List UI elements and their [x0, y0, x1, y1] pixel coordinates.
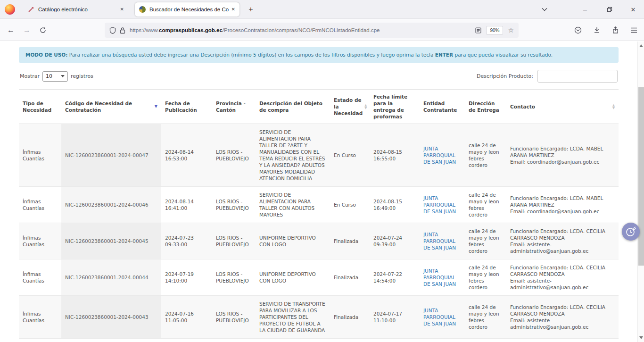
- header-label: Código de Necesidad de Contratación: [65, 100, 153, 113]
- new-tab-button[interactable]: +: [245, 5, 256, 14]
- cell-codigo: NIC-1260023860001-2024-00045: [61, 223, 161, 259]
- window-close-button[interactable]: ✕: [625, 0, 641, 19]
- catalogo-favicon-icon: [28, 6, 34, 13]
- share-icon[interactable]: [612, 26, 619, 34]
- header-tipo-necesidad[interactable]: Tipo de Necesidad: [19, 90, 61, 124]
- scrollbar-down-arrow[interactable]: [639, 336, 643, 339]
- sort-both-icon: ▲▼: [612, 104, 615, 109]
- descripcion-producto-input[interactable]: [537, 70, 618, 83]
- sort-desc-icon: ▼: [155, 103, 157, 110]
- entidad-link[interactable]: JUNTA PARROQUIAL DE SAN JUAN: [423, 195, 456, 214]
- lock-icon[interactable]: [120, 27, 125, 34]
- cell-estado: Finalizada: [330, 296, 370, 339]
- contacto-funcionario: Funcionario Encargado: LCDA. MABEL ARANA…: [510, 195, 615, 208]
- url-bar[interactable]: https://www.compraspublicas.gob.ec/Proce…: [105, 23, 519, 38]
- firefox-logo-icon[interactable]: [5, 4, 15, 15]
- contacto-funcionario: Funcionario Encargado: LCDA. CECILIA CAR…: [510, 228, 615, 241]
- cell-descripcion: UNIFORME DEPORTIVO CON LOGO: [256, 259, 330, 296]
- cell-direccion: calle 24 de mayo y leon febres cordero: [465, 124, 506, 187]
- header-provincia-canton[interactable]: Provincia - Cantón: [212, 90, 256, 124]
- header-fecha-limite[interactable]: Fecha límite para la entrega de proforma…: [370, 90, 420, 124]
- entidad-link[interactable]: JUNTA PARROQUIAL DE SAN JUAN: [423, 232, 456, 250]
- cell-provincia: LOS RIOS - PUEBLOVIEJO: [212, 259, 256, 296]
- cell-fecha-limite: 2024-07-24 09:39:00: [370, 223, 420, 259]
- cell-contacto: Funcionario Encargado: LCDA. CECILIA CAR…: [506, 259, 619, 296]
- table-row: Ínfimas Cuantías NIC-1260023860001-2024-…: [19, 187, 619, 223]
- page-content: MODO DE USO: Para realizar una búsqueda …: [0, 42, 637, 342]
- bookmark-star-icon[interactable]: ☆: [508, 26, 514, 34]
- page-scrollbar[interactable]: [637, 42, 644, 342]
- downloads-icon[interactable]: [593, 26, 601, 34]
- buscador-favicon-icon: [139, 6, 146, 13]
- header-contacto[interactable]: Contacto▲▼: [506, 90, 619, 124]
- cell-descripcion: SERVICIO DE ALIMENTACION PARA TALLER DE …: [256, 124, 330, 187]
- cell-fecha-limite: 2024-07-22 14:54:00: [370, 259, 420, 296]
- cell-estado: En Curso: [330, 187, 370, 223]
- navigation-toolbar: ← → https://www.compraspublicas.gob.ec/P…: [0, 19, 644, 41]
- cell-codigo: NIC-1260023860001-2024-00047: [61, 124, 161, 187]
- cell-codigo: NIC-1260023860001-2024-00044: [61, 259, 161, 296]
- cell-fecha-publicacion: 2024-07-23 09:33:00: [161, 223, 212, 259]
- scrollbar-thumb[interactable]: [638, 87, 644, 266]
- sort-both-icon: ▲▼: [364, 104, 367, 109]
- menu-hamburger-icon[interactable]: [630, 27, 637, 33]
- tab-buscador-necesidades[interactable]: Buscador de Necesidades de Co ✕: [135, 2, 239, 17]
- header-descripcion-objeto[interactable]: Descripción del Objeto de compra: [256, 90, 330, 124]
- header-fecha-publicacion[interactable]: Fecha de Publicación: [161, 90, 212, 124]
- scrollbar-up-arrow[interactable]: [639, 44, 643, 47]
- cell-tipo: Ínfimas Cuantías: [19, 187, 61, 223]
- header-direccion-entrega[interactable]: Dirección de Entrega: [465, 90, 506, 124]
- table-controls: Mostrar 10 registros Descripción Product…: [20, 70, 618, 83]
- contacto-email: Email: coordinador@sanjuan.gob.ec: [510, 208, 615, 215]
- shield-permissions-icon[interactable]: [109, 27, 116, 34]
- cell-entidad: JUNTA PARROQUIAL DE SAN JUAN: [420, 296, 465, 339]
- floating-clock-widget-button[interactable]: [622, 223, 640, 241]
- cell-provincia: LOS RIOS - PUEBLOVIEJO: [212, 296, 256, 339]
- cell-contacto: Funcionario Encargado: LCDA. CECILIA CAR…: [506, 223, 619, 259]
- cell-provincia: LOS RIOS - PUEBLOVIEJO: [212, 187, 256, 223]
- forward-button[interactable]: →: [20, 19, 34, 41]
- pocket-icon[interactable]: [574, 26, 582, 34]
- cell-fecha-publicacion: 2024-07-19 14:10:00: [161, 259, 212, 296]
- contacto-funcionario: Funcionario Encargado: LCDA. CECILIA CAR…: [510, 264, 615, 277]
- tab-title: Catálogo electrónico: [38, 7, 117, 12]
- cell-tipo: Ínfimas Cuantías: [19, 223, 61, 259]
- header-codigo-necesidad[interactable]: Código de Necesidad de Contratación▼: [61, 90, 161, 124]
- cell-provincia: LOS RIOS - PUEBLOVIEJO: [212, 223, 256, 259]
- reload-button[interactable]: [36, 19, 50, 41]
- entidad-link[interactable]: JUNTA PARROQUIAL DE SAN JUAN: [423, 308, 456, 326]
- registros-label: registros: [71, 73, 93, 79]
- reader-view-icon[interactable]: [475, 27, 481, 33]
- entidad-link[interactable]: JUNTA PARROQUIAL DE SAN JUAN: [423, 146, 456, 165]
- window-minimize-button[interactable]: –: [577, 0, 593, 19]
- page-zoom-indicator[interactable]: 90%: [486, 26, 503, 35]
- list-all-tabs-chevron-icon[interactable]: [537, 0, 552, 19]
- entidad-link[interactable]: JUNTA PARROQUIAL DE SAN JUAN: [423, 268, 456, 287]
- url-prefix: https://www.: [130, 27, 159, 33]
- contacto-email: Email: asistente-administrativo@sanjuan.…: [510, 277, 615, 291]
- url-path: /ProcesoContratacion/compras/NCO/FrmNCOL…: [223, 27, 380, 33]
- contacto-email: Email: coordinador@sanjuan.gob.ec: [510, 158, 615, 165]
- header-estado-necesidad[interactable]: Estado de la Necesidad▲▼: [330, 90, 370, 124]
- cell-direccion: calle 24 de mayo y leon febres cordero: [465, 259, 506, 296]
- cell-provincia: LOS RIOS - PUEBLOVIEJO: [212, 124, 256, 187]
- cell-descripcion: SERVICIO DE TRANSPORTE PARA MOVILIZAR A …: [256, 296, 330, 339]
- tab-catalogo-electronico[interactable]: Catálogo electrónico ✕: [24, 2, 128, 17]
- tab-close-icon[interactable]: ✕: [120, 7, 124, 12]
- back-button[interactable]: ←: [4, 19, 18, 41]
- page-size-select[interactable]: 10: [42, 71, 68, 82]
- cell-direccion: calle 24 de mayo y leon febres cordero: [465, 296, 506, 339]
- tab-close-icon[interactable]: ✕: [231, 7, 235, 12]
- cell-entidad: JUNTA PARROQUIAL DE SAN JUAN: [420, 223, 465, 259]
- contacto-funcionario: Funcionario Encargado: LCDA. MABEL ARANA…: [510, 145, 615, 158]
- cell-descripcion: UNIFORME DEPORTIVO CON LOGO: [256, 223, 330, 259]
- table-row: Ínfimas Cuantías NIC-1260023860001-2024-…: [19, 259, 619, 296]
- table-row: Ínfimas Cuantías NIC-1260023860001-2024-…: [19, 124, 619, 187]
- window-restore-button[interactable]: [602, 0, 618, 19]
- header-entidad-contratante[interactable]: Entidad Contratante: [420, 90, 465, 124]
- cell-fecha-limite: 2024-07-17 11:10:00: [370, 296, 420, 339]
- tab-title: Buscador de Necesidades de Co: [149, 7, 229, 12]
- cell-fecha-publicacion: 2024-08-14 16:53:00: [161, 124, 212, 187]
- header-label: Contacto: [510, 103, 535, 110]
- cell-estado: Finalizada: [330, 223, 370, 259]
